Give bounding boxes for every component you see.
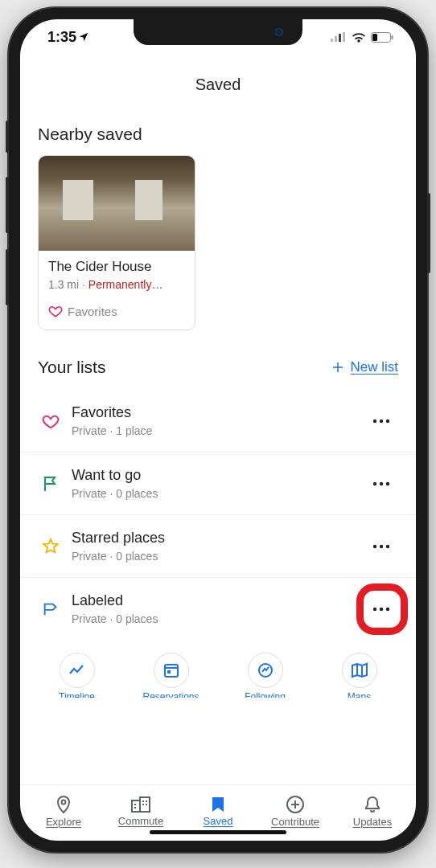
svg-point-10 <box>373 481 376 485</box>
new-list-button[interactable]: New list <box>331 359 398 375</box>
buildings-icon <box>130 796 151 813</box>
more-button[interactable] <box>372 481 398 486</box>
nav-commute[interactable]: Commute <box>102 796 179 827</box>
place-name: The Cider House <box>48 259 185 275</box>
following-icon <box>257 661 274 679</box>
heart-icon <box>35 412 67 430</box>
chip-reservations[interactable]: Reservations <box>129 649 213 701</box>
svg-rect-21 <box>167 670 171 674</box>
nearby-saved-title: Nearby saved <box>20 118 416 155</box>
label-icon <box>35 600 67 618</box>
list-subtitle: Private · 0 places <box>72 550 372 563</box>
home-indicator[interactable] <box>150 830 286 834</box>
nav-updates[interactable]: Updates <box>334 795 411 828</box>
svg-point-16 <box>373 607 376 610</box>
list-title: Favorites <box>72 404 372 421</box>
more-horiz-icon <box>372 544 390 549</box>
svg-rect-25 <box>140 797 150 812</box>
trend-icon <box>68 664 86 677</box>
svg-rect-26 <box>134 804 136 805</box>
list-subtitle: Private · 0 places <box>72 487 372 500</box>
svg-rect-3 <box>343 32 345 42</box>
list-labeled[interactable]: Labeled Private · 0 places <box>20 578 416 640</box>
list-subtitle: Private · 1 place <box>72 424 372 437</box>
calendar-icon <box>163 662 179 678</box>
svg-rect-31 <box>146 804 147 805</box>
nav-contribute[interactable]: Contribute <box>257 795 334 828</box>
bell-icon <box>364 795 381 814</box>
place-subtitle: 1.3 mi · Permanently… <box>48 278 185 291</box>
bookmark-icon <box>211 796 225 813</box>
more-horiz-icon <box>372 481 390 486</box>
svg-point-23 <box>62 800 66 805</box>
battery-icon <box>371 32 393 43</box>
location-arrow-icon <box>78 31 89 43</box>
cell-signal-icon <box>331 32 347 42</box>
svg-point-11 <box>380 481 383 485</box>
map-icon <box>351 662 368 678</box>
nearby-saved-card[interactable]: The Cider House 1.3 mi · Permanently… Fa… <box>38 155 195 330</box>
svg-point-9 <box>386 419 389 422</box>
svg-rect-24 <box>132 800 140 812</box>
place-image <box>39 156 195 251</box>
list-favorites[interactable]: Favorites Private · 1 place <box>20 390 416 452</box>
star-icon <box>35 538 67 555</box>
svg-rect-19 <box>165 665 178 677</box>
page-title: Saved <box>20 55 416 118</box>
svg-rect-29 <box>146 800 147 802</box>
svg-rect-6 <box>392 35 393 39</box>
heart-icon <box>48 304 63 318</box>
list-title: Labeled <box>72 592 372 609</box>
place-favorite-tag: Favorites <box>48 304 185 318</box>
svg-point-7 <box>373 419 376 422</box>
flag-icon <box>35 475 67 493</box>
more-button[interactable] <box>372 419 398 424</box>
plus-circle-icon <box>286 795 305 814</box>
list-title: Want to go <box>72 467 372 484</box>
svg-rect-0 <box>331 39 333 42</box>
list-title: Starred places <box>72 530 372 547</box>
chip-timeline[interactable]: Timeline <box>35 649 119 701</box>
plus-icon <box>331 360 345 375</box>
svg-rect-5 <box>372 34 377 41</box>
list-subtitle: Private · 0 places <box>72 612 372 625</box>
svg-rect-28 <box>142 800 144 802</box>
more-button[interactable] <box>372 544 398 549</box>
nav-explore[interactable]: Explore <box>25 795 102 828</box>
svg-rect-1 <box>335 36 337 42</box>
nav-saved[interactable]: Saved <box>179 796 257 827</box>
chip-maps[interactable]: Maps <box>317 649 401 701</box>
more-horiz-icon <box>372 607 390 612</box>
svg-point-17 <box>380 607 383 610</box>
list-want-to-go[interactable]: Want to go Private · 0 places <box>20 452 416 515</box>
pin-icon <box>55 795 72 814</box>
svg-rect-27 <box>134 807 136 809</box>
svg-point-12 <box>386 481 389 485</box>
more-button[interactable] <box>372 607 398 612</box>
svg-point-14 <box>380 544 383 547</box>
svg-point-15 <box>386 544 389 547</box>
svg-point-13 <box>373 544 376 547</box>
chip-following[interactable]: Following <box>223 649 307 701</box>
svg-rect-30 <box>142 804 144 805</box>
more-horiz-icon <box>372 419 390 424</box>
your-lists-title: Your lists <box>38 358 105 377</box>
svg-point-8 <box>380 419 383 422</box>
status-time: 1:35 <box>47 29 76 46</box>
svg-point-18 <box>386 607 389 610</box>
svg-rect-2 <box>339 34 341 42</box>
list-starred[interactable]: Starred places Private · 0 places <box>20 515 416 578</box>
wifi-icon <box>352 32 366 43</box>
